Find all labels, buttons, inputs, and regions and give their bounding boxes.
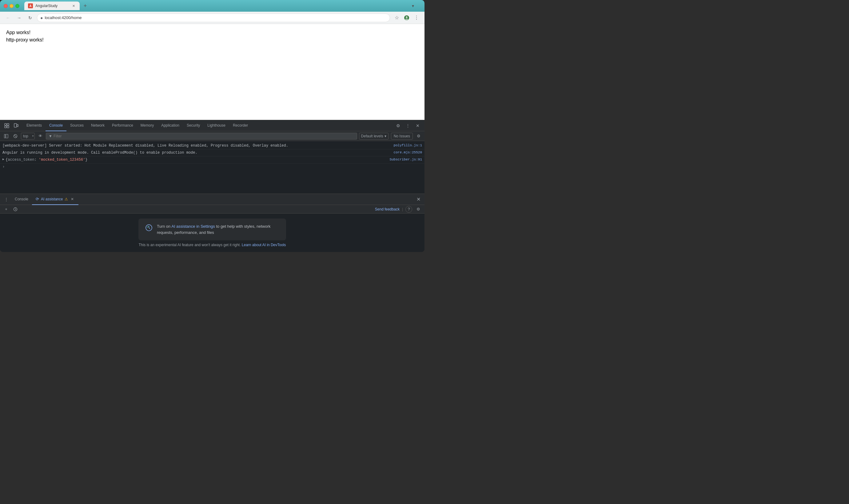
drawer-toolbar: + Send feedback | ? ⚙ — [0, 205, 424, 214]
drawer: ⋮ Console ⟳ AI assistance ⚠ ✕ ✕ + — [0, 194, 424, 252]
svg-rect-3 — [5, 124, 6, 125]
toolbar-actions: ☆ ⋮ — [393, 14, 421, 22]
tab-lighthouse[interactable]: Lighthouse — [204, 120, 229, 131]
ai-card: Turn on AI assistance in Settings to get… — [138, 218, 286, 240]
svg-point-1 — [406, 16, 408, 18]
send-feedback-link[interactable]: Send feedback — [375, 207, 400, 212]
console-toolbar: top ▾ 👁 ▼ Default levels ▾ No Issues ⚙ — [0, 131, 424, 141]
devtools-tab-actions: ⚙ ⋮ ✕ — [394, 121, 422, 130]
console-filter-bar[interactable]: ▼ — [46, 133, 357, 140]
ai-card-text: Turn on AI assistance in Settings to get… — [157, 223, 280, 235]
devtools-tabs-list: Elements Console Sources Network Perform… — [23, 120, 394, 131]
page-line2: http-proxy works! — [6, 36, 418, 43]
console-message-3: ▶ {access_token: 'mocked_token_123456'} … — [0, 157, 424, 163]
svg-rect-5 — [7, 124, 9, 125]
tab-sources[interactable]: Sources — [66, 120, 87, 131]
tab-favicon: A — [28, 3, 33, 8]
bookmark-icon[interactable]: ☆ — [393, 14, 401, 22]
tab-memory[interactable]: Memory — [137, 120, 157, 131]
reload-button[interactable]: ↻ — [26, 14, 34, 22]
console-expand-icon[interactable]: ▶ — [2, 157, 4, 162]
browser-tab[interactable]: A AngularStudy ✕ — [24, 2, 80, 10]
learn-about-ai-link[interactable]: Learn about AI in DevTools — [242, 243, 286, 247]
devtools-device-icon[interactable] — [12, 121, 20, 130]
console-prompt: › — [0, 163, 424, 170]
address-text: localhost:4200/home — [45, 15, 387, 20]
console-eye-icon[interactable]: 👁 — [37, 132, 44, 140]
console-right-actions: Default levels ▾ No Issues ⚙ — [359, 133, 422, 140]
console-message-1: [webpack-dev-server] Server started: Hot… — [0, 142, 424, 149]
console-settings-icon[interactable]: ⚙ — [415, 133, 422, 140]
drawer-menu-icon[interactable]: ⋮ — [2, 196, 10, 203]
ai-card-icon — [144, 223, 153, 232]
default-levels-button[interactable]: Default levels ▾ — [359, 133, 388, 140]
svg-rect-8 — [17, 124, 18, 127]
svg-point-2 — [405, 18, 408, 20]
close-button[interactable] — [4, 4, 8, 8]
profile-icon[interactable] — [402, 14, 411, 22]
console-message-1-location[interactable]: polyfills.js:1 — [389, 143, 422, 148]
devtools-tab-bar: Elements Console Sources Network Perform… — [0, 120, 424, 131]
devtools-close-icon[interactable]: ✕ — [413, 121, 422, 130]
svg-rect-10 — [6, 134, 8, 138]
console-message-3-location[interactable]: Subscriber.js:91 — [384, 157, 422, 162]
tab-bar: A AngularStudy ✕ + ▾ — [22, 2, 421, 10]
tab-network[interactable]: Network — [87, 120, 108, 131]
tab-close-button[interactable]: ✕ — [71, 3, 76, 8]
context-selector[interactable]: top — [21, 133, 35, 140]
maximize-button[interactable] — [15, 4, 19, 8]
tab-elements[interactable]: Elements — [23, 120, 46, 131]
console-message-2-text: Angular is running in development mode. … — [2, 150, 389, 156]
ai-tab-close-button[interactable]: ✕ — [70, 197, 75, 202]
menu-icon[interactable]: ⋮ — [412, 14, 421, 22]
back-button[interactable]: ← — [4, 14, 12, 22]
context-selector-wrapper: top ▾ — [21, 133, 35, 140]
console-message-2-location[interactable]: core.mjs:25520 — [389, 150, 422, 155]
traffic-lights — [4, 4, 19, 8]
svg-rect-9 — [4, 134, 5, 138]
drawer-settings-icon[interactable]: ⚙ — [415, 205, 422, 213]
console-message-2: Angular is running in development mode. … — [0, 149, 424, 157]
drawer-tab-ai-assistance[interactable]: ⟳ AI assistance ⚠ ✕ — [32, 194, 79, 205]
console-sidebar-icon[interactable] — [2, 132, 10, 140]
navigation-toolbar: ← → ↻ ● localhost:4200/home ☆ ⋮ — [0, 12, 424, 24]
tab-console[interactable]: Console — [46, 120, 66, 131]
tab-security[interactable]: Security — [183, 120, 204, 131]
console-message-1-text: [webpack-dev-server] Server started: Hot… — [2, 143, 389, 148]
svg-line-12 — [15, 135, 17, 137]
console-filter-input[interactable] — [53, 134, 354, 138]
filter-icon: ▼ — [49, 134, 52, 138]
drawer-close-button[interactable]: ✕ — [415, 196, 422, 203]
svg-rect-4 — [5, 126, 6, 128]
console-message-3-text: {access_token: 'mocked_token_123456'} — [5, 157, 384, 163]
new-tab-button[interactable]: + — [81, 2, 89, 10]
console-prompt-arrow: › — [2, 165, 5, 169]
devtools-inspect-icon[interactable] — [2, 121, 11, 130]
tab-menu-button[interactable]: ▾ — [409, 2, 417, 10]
security-icon: ● — [40, 15, 43, 20]
forward-button[interactable]: → — [15, 14, 23, 22]
ai-assistance-icon: ⟳ — [36, 197, 39, 201]
devtools-settings-icon[interactable]: ⚙ — [394, 121, 402, 130]
drawer-add-button[interactable]: + — [2, 205, 10, 213]
tab-application[interactable]: Application — [157, 120, 183, 131]
drawer-right-actions: Send feedback | ? ⚙ — [375, 205, 422, 213]
devtools-icon-buttons — [2, 121, 20, 130]
ai-assistance-content: Turn on AI assistance in Settings to get… — [0, 214, 424, 252]
tab-performance[interactable]: Performance — [108, 120, 137, 131]
drawer-tab-bar: ⋮ Console ⟳ AI assistance ⚠ ✕ ✕ — [0, 194, 424, 205]
ai-footer: This is an experimental AI feature and w… — [139, 243, 286, 247]
svg-rect-6 — [7, 126, 9, 128]
drawer-tab-console[interactable]: Console — [11, 194, 32, 205]
page-content: App works! http-proxy works! — [0, 24, 424, 120]
console-clear-icon[interactable] — [12, 132, 19, 140]
drawer-history-icon[interactable] — [12, 205, 19, 213]
svg-rect-7 — [14, 124, 17, 127]
address-bar[interactable]: ● localhost:4200/home — [37, 14, 390, 22]
tab-recorder[interactable]: Recorder — [229, 120, 252, 131]
ai-settings-link[interactable]: AI assistance in Settings — [171, 224, 215, 229]
devtools-more-icon[interactable]: ⋮ — [403, 121, 412, 130]
drawer-help-icon[interactable]: ? — [405, 206, 412, 213]
ai-warning-icon: ⚠ — [65, 197, 68, 201]
minimize-button[interactable] — [10, 4, 14, 8]
